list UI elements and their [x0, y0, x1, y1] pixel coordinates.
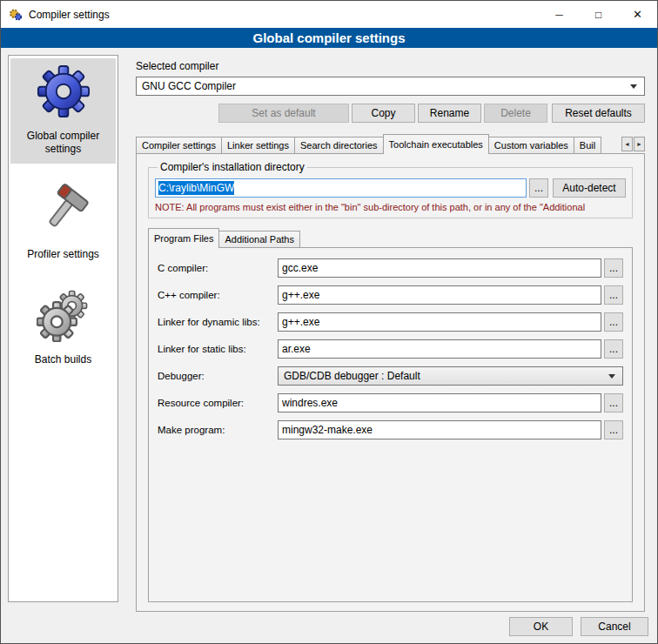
selected-compiler-label: Selected compiler	[136, 60, 645, 72]
set-as-default-button[interactable]: Set as default	[218, 104, 349, 123]
installation-directory-browse-button[interactable]: ...	[529, 178, 548, 198]
note-text: NOTE: All programs must exist either in …	[155, 202, 626, 212]
cpp-compiler-input[interactable]	[278, 285, 601, 305]
installation-directory-selected-text: C:\raylib\MinGW	[158, 181, 234, 195]
linker-static-input[interactable]	[278, 339, 601, 359]
selected-compiler-value: GNU GCC Compiler	[142, 80, 236, 92]
tab-program-files[interactable]: Program Files	[148, 228, 219, 248]
tab-additional-paths[interactable]: Additional Paths	[218, 231, 300, 248]
titlebar[interactable]: Compiler settings ─ □ ✕	[1, 1, 657, 28]
linker-static-browse-button[interactable]: ...	[604, 339, 623, 359]
tab-search-directories[interactable]: Search directories	[294, 137, 384, 154]
installation-directory-row: C:\raylib\MinGW ... Auto-detect	[155, 178, 626, 198]
compiler-settings-window: Compiler settings ─ □ ✕ Global compiler …	[0, 0, 658, 644]
form-row-resource-compiler: Resource compiler: ...	[158, 393, 623, 413]
cpp-compiler-browse-button[interactable]: ...	[604, 285, 623, 305]
gray-gears-icon	[37, 288, 91, 342]
form-row-debugger: Debugger: GDB/CDB debugger : Default	[158, 366, 623, 386]
tab-custom-variables[interactable]: Custom variables	[488, 137, 574, 154]
installation-directory-legend: Compiler's installation directory	[158, 161, 307, 173]
form-row-linker-static: Linker for static libs: ...	[158, 339, 623, 359]
sidebar-item-label: Global compiler settings	[12, 130, 114, 156]
close-button[interactable]: ✕	[618, 2, 657, 28]
app-icon	[9, 8, 23, 22]
field-label: Debugger:	[158, 371, 278, 381]
installation-directory-group: Compiler's installation directory C:\ray…	[148, 161, 633, 218]
selected-compiler-combobox[interactable]: GNU GCC Compiler	[136, 77, 645, 96]
cancel-button[interactable]: Cancel	[581, 617, 648, 636]
field-label: Resource compiler:	[158, 398, 278, 408]
tab-compiler-settings[interactable]: Compiler settings	[136, 137, 222, 154]
main-panel: Selected compiler GNU GCC Compiler Set a…	[127, 55, 652, 612]
tab-scroll-controls: ◄ ►	[621, 137, 645, 151]
form-row-make-program: Make program: ...	[158, 420, 623, 439]
copy-button[interactable]: Copy	[352, 104, 415, 123]
settings-tab-strip: Compiler settings Linker settings Search…	[136, 134, 645, 154]
resource-compiler-browse-button[interactable]: ...	[604, 393, 623, 413]
auto-detect-button[interactable]: Auto-detect	[553, 178, 626, 198]
sidebar: Global compiler settings Profiler settin…	[8, 55, 118, 602]
tab-build-options-truncated[interactable]: Buil	[574, 137, 601, 154]
c-compiler-input[interactable]	[278, 258, 601, 278]
tab-toolchain-executables[interactable]: Toolchain executables	[383, 134, 489, 154]
window-title: Compiler settings	[29, 9, 540, 21]
compiler-actions-row: Set as default Copy Rename Delete Reset …	[136, 104, 645, 123]
c-compiler-browse-button[interactable]: ...	[604, 258, 623, 278]
profiler-tool-icon	[37, 183, 91, 237]
field-label: Linker for dynamic libs:	[158, 317, 278, 327]
linker-dynamic-browse-button[interactable]: ...	[604, 312, 623, 332]
form-row-linker-dynamic: Linker for dynamic libs: ...	[158, 312, 623, 332]
toolchain-executables-panel: Compiler's installation directory C:\ray…	[136, 153, 645, 612]
minimize-button[interactable]: ─	[540, 2, 579, 28]
linker-dynamic-input[interactable]	[278, 312, 601, 332]
blue-gear-icon	[37, 64, 91, 118]
field-label: C compiler:	[158, 263, 278, 273]
program-files-panel: C compiler: ... C++ compiler: ... Linker…	[148, 247, 633, 602]
tab-linker-settings[interactable]: Linker settings	[221, 137, 295, 154]
make-program-input[interactable]	[278, 420, 601, 439]
debugger-combobox[interactable]: GDB/CDB debugger : Default	[278, 366, 623, 386]
ok-button[interactable]: OK	[509, 617, 573, 636]
reset-defaults-button[interactable]: Reset defaults	[552, 104, 645, 123]
make-program-browse-button[interactable]: ...	[604, 420, 623, 439]
dialog-header-title: Global compiler settings	[1, 28, 657, 48]
sidebar-item-label: Batch builds	[35, 353, 91, 366]
rename-button[interactable]: Rename	[418, 104, 481, 123]
delete-button[interactable]: Delete	[484, 104, 547, 123]
chevron-down-icon	[608, 374, 615, 379]
form-row-cpp-compiler: C++ compiler: ...	[158, 285, 623, 305]
sidebar-item-label: Profiler settings	[27, 248, 99, 261]
tab-scroll-left-icon[interactable]: ◄	[621, 137, 633, 151]
resource-compiler-input[interactable]	[278, 393, 601, 413]
field-label: Linker for static libs:	[158, 344, 278, 354]
sidebar-item-global-compiler-settings[interactable]: Global compiler settings	[10, 58, 116, 164]
debugger-value: GDB/CDB debugger : Default	[284, 370, 420, 382]
maximize-button[interactable]: □	[579, 2, 618, 28]
field-label: Make program:	[158, 425, 278, 435]
field-label: C++ compiler:	[158, 290, 278, 300]
form-row-c-compiler: C compiler: ...	[158, 258, 623, 278]
installation-directory-input[interactable]: C:\raylib\MinGW	[155, 178, 527, 198]
dialog-footer: OK Cancel	[509, 617, 648, 636]
program-tab-strip: Program Files Additional Paths	[148, 228, 633, 248]
sidebar-item-batch-builds[interactable]: Batch builds	[10, 282, 116, 374]
sidebar-item-profiler-settings[interactable]: Profiler settings	[10, 177, 116, 269]
chevron-down-icon	[630, 84, 637, 89]
tab-scroll-right-icon[interactable]: ►	[634, 137, 645, 151]
